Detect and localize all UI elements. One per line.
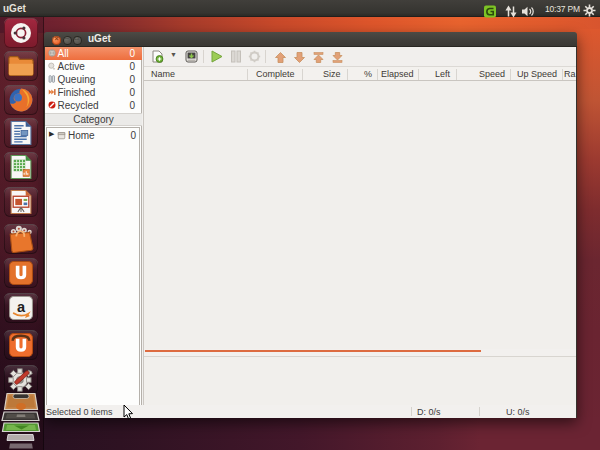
svg-text:a: a xyxy=(16,299,25,315)
